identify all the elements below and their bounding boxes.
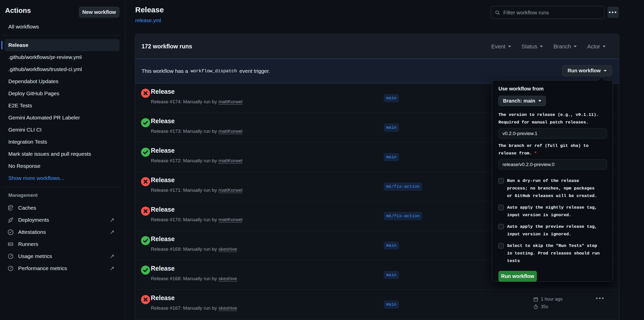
sidebar-divider [2, 35, 122, 36]
dialog-checkbox-row[interactable]: Select to skip the "Run Tests" step in t… [498, 242, 606, 265]
management-label: Caches [18, 205, 36, 211]
sidebar-workflow-item[interactable]: .github/workflows/pr-review.yml [5, 51, 120, 63]
field-label: The version to release (e.g., v0.1.11). … [498, 111, 606, 126]
management-icon [8, 205, 14, 211]
sidebar-management-item[interactable]: Caches [5, 202, 121, 214]
run-description-text: Release #174: Manually run by [151, 99, 217, 104]
run-title-link[interactable]: Release [151, 176, 175, 184]
dialog-run-workflow-button[interactable]: Run workflow [498, 271, 537, 282]
sidebar-workflow-label: Deploy GitHub Pages [8, 90, 59, 97]
sidebar-management-item[interactable]: Usage metrics ↗ [5, 250, 121, 262]
management-list: Caches [5, 202, 121, 274]
branch-badge[interactable]: main [384, 271, 399, 279]
sidebar-workflow-item[interactable]: Dependabot Updates [5, 75, 120, 87]
sidebar-workflow-item[interactable]: Gemini CLI CI [5, 124, 120, 136]
runs-filter-dropdown[interactable]: Actor [587, 43, 606, 50]
branch-badge[interactable]: main [384, 123, 399, 132]
sidebar-workflow-item[interactable]: .github/workflows/trusted-ci.yml [5, 63, 120, 75]
run-actor-link[interactable]: mattKorwel [218, 187, 242, 193]
success-icon [141, 236, 150, 245]
run-actor-link[interactable]: skeshive [218, 305, 237, 311]
run-title-link[interactable]: Release [151, 294, 175, 302]
run-actor-link[interactable]: skeshive [218, 276, 237, 281]
actions-sidebar: Actions New workflow All workflows Relea… [0, 0, 125, 320]
run-workflow-dropdown-button[interactable]: Run workflow [562, 65, 612, 76]
workflow-file-link[interactable]: release.yml [135, 18, 161, 23]
branch-badge[interactable]: main [384, 94, 399, 102]
chevron-down-icon [540, 46, 543, 47]
verified-icon [8, 229, 14, 235]
sidebar-workflow-item[interactable]: Release [5, 39, 120, 51]
dialog-field: The version to release (e.g., v0.1.11). … [498, 111, 606, 142]
sidebar-workflow-item[interactable]: No Response [5, 160, 120, 172]
workflow-options-kebab-button[interactable]: ••• [607, 7, 619, 18]
sidebar-management-item[interactable]: Runners [5, 238, 121, 250]
sidebar-management-item[interactable]: Deployments ↗ [5, 214, 121, 226]
meter-icon [8, 265, 14, 271]
checkbox[interactable] [498, 205, 504, 210]
run-title-link[interactable]: Release [151, 147, 175, 154]
run-actor-link[interactable]: skeshive [218, 246, 237, 252]
run-title-link[interactable]: Release [151, 235, 175, 243]
filter-workflow-runs-input[interactable] [503, 10, 600, 16]
management-icon [8, 253, 14, 259]
dialog-checkbox-row[interactable]: Auto apply the nightly release tag, inpu… [498, 204, 606, 219]
dialog-field: The branch or ref (full git sha) to rele… [498, 142, 606, 173]
sidebar-workflow-item[interactable]: Mark stale issues and pull requests [5, 148, 120, 160]
field-input[interactable] [498, 159, 607, 170]
sidebar-workflow-item[interactable]: Gemini Automated PR Labeler [5, 112, 120, 124]
meter-icon [8, 253, 14, 259]
sidebar-workflow-item[interactable]: E2E Tests [5, 100, 120, 112]
branch-badge[interactable]: mk/fix-action [384, 212, 422, 220]
workflow-dispatch-banner: This workflow has a workflow_dispatch ev… [135, 59, 619, 83]
run-description-text: Release #170: Manually run by [151, 217, 217, 222]
dialog-title: Use workflow from [498, 86, 606, 92]
runs-filter-dropdown[interactable]: Status [522, 43, 543, 50]
run-description-text: Release #167: Manually run by [151, 305, 217, 311]
dialog-checkbox-row[interactable]: Auto apply the preview release tag, inpu… [498, 223, 606, 238]
checkbox-label: Run a dry-run of the release process; no… [507, 177, 606, 200]
checkbox[interactable] [498, 243, 504, 248]
run-title-link[interactable]: Release [151, 206, 175, 213]
branch-badge[interactable]: main [384, 153, 399, 161]
checkbox[interactable] [498, 224, 504, 229]
run-actor-link[interactable]: mattKorwel [218, 217, 242, 222]
checkbox-label: Auto apply the preview release tag, inpu… [507, 223, 606, 238]
required-asterisk: * [534, 151, 537, 156]
dialog-branch-label: Branch: main [503, 98, 535, 104]
sidebar-management-item[interactable]: Attestations ↗ [5, 226, 121, 238]
sidebar-workflow-label: .github/workflows/pr-review.yml [8, 54, 82, 60]
branch-badge[interactable]: main [384, 241, 399, 250]
sidebar-item-all-workflows[interactable]: All workflows [8, 24, 39, 30]
run-actor-link[interactable]: mattKorwel [218, 99, 242, 104]
success-icon [141, 148, 150, 157]
sidebar-workflow-item[interactable]: Integration Tests [5, 136, 120, 148]
page-title: Release [135, 6, 164, 14]
sidebar-workflow-item[interactable]: Deploy GitHub Pages [5, 87, 120, 100]
run-status-icon [141, 207, 150, 216]
filter-workflow-runs-field[interactable] [491, 6, 604, 19]
runs-filter-dropdown[interactable]: Branch [553, 43, 577, 50]
run-title-link[interactable]: Release [151, 88, 175, 95]
chevron-down-icon [574, 46, 577, 47]
branch-badge[interactable]: main [384, 300, 399, 309]
checkbox-label: Auto apply the nightly release tag, inpu… [507, 204, 606, 219]
checkbox-label: Select to skip the "Run Tests" step in t… [507, 242, 606, 265]
run-title-link[interactable]: Release [151, 117, 175, 125]
run-actor-link[interactable]: mattKorwel [218, 158, 242, 163]
run-title-link[interactable]: Release [151, 265, 175, 272]
sidebar-workflow-label: Show more workflows... [8, 175, 64, 181]
new-workflow-button[interactable]: New workflow [79, 7, 119, 17]
run-status-icon [141, 89, 150, 98]
field-input[interactable] [498, 128, 607, 139]
dialog-branch-selector[interactable]: Branch: main [498, 96, 546, 106]
management-icon [8, 229, 14, 235]
branch-badge[interactable]: mk/fix-action [384, 182, 422, 191]
runs-filter-dropdown[interactable]: Event [491, 43, 511, 50]
dialog-fields: The version to release (e.g., v0.1.11). … [498, 111, 606, 173]
sidebar-management-item[interactable]: Performance metrics ↗ [5, 262, 121, 274]
dialog-checkbox-row[interactable]: Run a dry-run of the release process; no… [498, 177, 606, 200]
run-actor-link[interactable]: mattKorwel [218, 129, 242, 134]
checkbox[interactable] [498, 178, 504, 183]
sidebar-workflow-item[interactable]: Show more workflows... [5, 172, 120, 184]
